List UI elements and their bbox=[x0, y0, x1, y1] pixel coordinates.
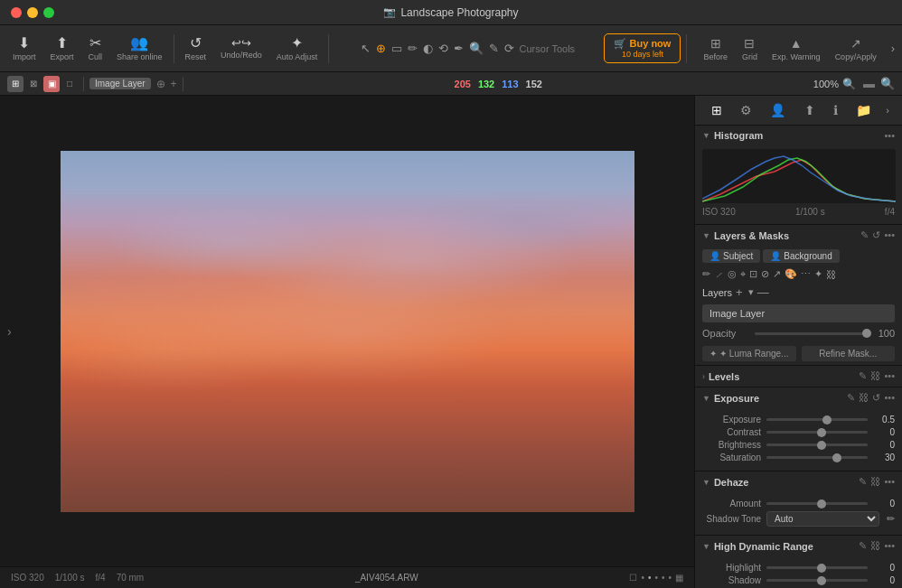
layers-masks-section: ▼ Layers & Masks ✎ ↺ ••• 👤 Subject 👤 Bac… bbox=[695, 225, 902, 366]
view-orange-icon[interactable]: ▣ bbox=[43, 76, 60, 92]
panel-icon-upload[interactable]: ⬆ bbox=[801, 101, 819, 119]
view-box-icon[interactable]: ⊠ bbox=[25, 76, 42, 92]
share-online-button[interactable]: 👥 Share online bbox=[111, 36, 168, 61]
dehaze-title: Dehaze bbox=[714, 477, 860, 488]
view-single-icon[interactable]: □ bbox=[61, 76, 78, 92]
hdr-more-icon[interactable]: ••• bbox=[884, 540, 895, 552]
cursor-tool-1[interactable]: ↖ bbox=[361, 42, 371, 55]
exposure-header[interactable]: ▼ Exposure ✎ ⛓ ↺ ••• bbox=[695, 387, 902, 408]
levels-edit-icon[interactable]: ✎ bbox=[859, 370, 867, 382]
panel-more-icon[interactable]: › bbox=[886, 105, 889, 116]
layers-dropdown-icon[interactable]: ▾ bbox=[748, 286, 754, 298]
exp-warning-button[interactable]: ▲ Exp. Warning bbox=[768, 36, 824, 61]
prev-image-button[interactable]: › bbox=[7, 324, 12, 339]
panel-icon-adjustments[interactable]: ⊞ bbox=[708, 101, 726, 119]
hdr-highlight-slider[interactable] bbox=[766, 566, 868, 569]
cursor-tool-10[interactable]: ⟳ bbox=[504, 42, 514, 55]
panel-icon-person[interactable]: 👤 bbox=[766, 101, 789, 119]
exposure-link-icon[interactable]: ⛓ bbox=[859, 392, 869, 404]
layer-badge[interactable]: Image Layer bbox=[89, 78, 151, 89]
mask-gradient-icon[interactable]: ⟋ bbox=[714, 269, 724, 280]
minimize-button[interactable] bbox=[27, 7, 38, 18]
export-button[interactable]: ⬆ Export bbox=[45, 36, 80, 61]
layers-remove-button[interactable]: — bbox=[757, 285, 769, 299]
histogram-more-icon[interactable]: ••• bbox=[884, 130, 895, 141]
layers-more-icon[interactable]: ••• bbox=[884, 229, 895, 241]
import-button[interactable]: ⬇ Import bbox=[7, 36, 42, 61]
background-button[interactable]: 👤 Background bbox=[763, 249, 839, 263]
exposure-more-icon[interactable]: ••• bbox=[884, 392, 895, 404]
mask-link-icon[interactable]: ⛓ bbox=[826, 269, 836, 280]
layers-add-button[interactable]: + bbox=[736, 285, 743, 299]
cursor-tool-4[interactable]: ✏ bbox=[408, 42, 418, 55]
dehaze-header[interactable]: ▼ Dehaze ✎ ⛓ ••• bbox=[695, 471, 902, 492]
mask-star-icon[interactable]: ✦ bbox=[814, 268, 822, 280]
cursor-tool-5[interactable]: ◐ bbox=[423, 42, 433, 55]
layers-edit-icon[interactable]: ✎ bbox=[860, 229, 869, 241]
panel-icon-folder[interactable]: 📁 bbox=[852, 101, 875, 119]
histogram-mini-icon[interactable]: ▬ bbox=[863, 77, 875, 90]
hdr-edit-icon[interactable]: ✎ bbox=[859, 540, 867, 552]
zoom-icon[interactable]: 🔍 bbox=[842, 78, 856, 90]
buy-now-button[interactable]: 🛒 Buy now 10 days left bbox=[604, 33, 681, 64]
exposure-brightness-value: 0 bbox=[873, 440, 895, 450]
cursor-tool-8[interactable]: 🔍 bbox=[469, 42, 484, 55]
cursor-tool-3[interactable]: ▭ bbox=[391, 42, 402, 55]
dehaze-link-icon[interactable]: ⛓ bbox=[870, 476, 880, 488]
cull-button[interactable]: ✂ Cull bbox=[83, 36, 108, 61]
histogram-header[interactable]: ▼ Histogram ••• bbox=[695, 126, 902, 145]
before-button[interactable]: ⊞ Before bbox=[700, 36, 731, 61]
levels-header[interactable]: › Levels ✎ ⛓ ••• bbox=[695, 366, 902, 387]
view-grid-icon[interactable]: ⊞ bbox=[7, 76, 23, 92]
levels-more-icon[interactable]: ••• bbox=[884, 370, 895, 382]
reset-button[interactable]: ↺ Reset bbox=[180, 36, 212, 61]
layers-masks-header[interactable]: ▼ Layers & Masks ✎ ↺ ••• bbox=[695, 225, 902, 246]
exposure-contrast-slider[interactable] bbox=[766, 431, 868, 434]
mask-brush-icon[interactable]: ✏ bbox=[702, 268, 710, 280]
layer-item[interactable]: Image Layer bbox=[702, 304, 895, 322]
mask-erase-icon[interactable]: ⊘ bbox=[761, 268, 769, 280]
dehaze-shadow-tone-select[interactable]: Auto Manual bbox=[766, 511, 879, 527]
dehaze-edit-icon[interactable]: ✎ bbox=[859, 476, 867, 488]
auto-adjust-button[interactable]: ✦ Auto Adjust bbox=[271, 36, 324, 61]
maximize-button[interactable] bbox=[43, 7, 54, 18]
undoredo-button[interactable]: ↩↪ Undo/Redo bbox=[215, 37, 268, 60]
panel-icon-info[interactable]: ℹ bbox=[830, 101, 841, 119]
mask-radial-icon[interactable]: ◎ bbox=[728, 268, 737, 280]
exposure-brightness-slider[interactable] bbox=[766, 443, 868, 446]
exposure-reset-icon[interactable]: ↺ bbox=[872, 392, 880, 404]
dehaze-eyedrop-icon[interactable]: ✏ bbox=[887, 513, 895, 525]
search-icon[interactable]: 🔍 bbox=[880, 77, 895, 90]
cursor-tool-9[interactable]: ✎ bbox=[489, 42, 499, 55]
dehaze-amount-slider[interactable] bbox=[766, 502, 868, 505]
more-button[interactable]: › bbox=[891, 42, 895, 55]
exposure-exposure-slider[interactable] bbox=[766, 418, 868, 421]
mask-color-icon[interactable]: 🎨 bbox=[785, 268, 797, 280]
refine-mask-button[interactable]: Refine Mask... bbox=[802, 346, 896, 361]
levels-link-icon[interactable]: ⛓ bbox=[870, 370, 880, 382]
panel-icon-settings[interactable]: ⚙ bbox=[737, 101, 756, 119]
hdr-header[interactable]: ▼ High Dynamic Range ✎ ⛓ ••• bbox=[695, 536, 902, 556]
grid-button[interactable]: ⊟ Grid bbox=[738, 36, 761, 61]
hdr-link-icon[interactable]: ⛓ bbox=[870, 540, 880, 552]
exposure-edit-icon[interactable]: ✎ bbox=[847, 392, 855, 404]
layer-options-icon[interactable]: ⊕ bbox=[156, 78, 165, 90]
cursor-tool-2[interactable]: ⊕ bbox=[376, 42, 386, 55]
close-button[interactable] bbox=[11, 7, 22, 18]
luma-range-button[interactable]: ✦ ✦ Luma Range... bbox=[702, 346, 796, 361]
mask-lasso-icon[interactable]: ⌖ bbox=[740, 268, 746, 280]
exposure-saturation-slider[interactable] bbox=[766, 456, 868, 459]
mask-range-icon[interactable]: ⊡ bbox=[749, 268, 757, 280]
mask-arrow-icon[interactable]: ↗ bbox=[773, 268, 781, 280]
mask-flow-icon[interactable]: ⋯ bbox=[801, 268, 811, 280]
copy-apply-button[interactable]: ↗ Copy/Apply bbox=[832, 36, 880, 61]
layers-reset-icon[interactable]: ↺ bbox=[872, 229, 880, 241]
layers-list-header: Layers + ▾ — bbox=[695, 282, 902, 303]
dehaze-more-icon[interactable]: ••• bbox=[884, 476, 895, 488]
layer-more-icon[interactable]: + bbox=[171, 78, 177, 90]
hdr-shadow-slider[interactable] bbox=[766, 579, 868, 582]
subject-button[interactable]: 👤 Subject bbox=[702, 249, 760, 263]
opacity-slider[interactable] bbox=[755, 332, 871, 335]
cursor-tool-6[interactable]: ⟲ bbox=[438, 42, 448, 55]
cursor-tool-7[interactable]: ✒ bbox=[454, 42, 464, 55]
